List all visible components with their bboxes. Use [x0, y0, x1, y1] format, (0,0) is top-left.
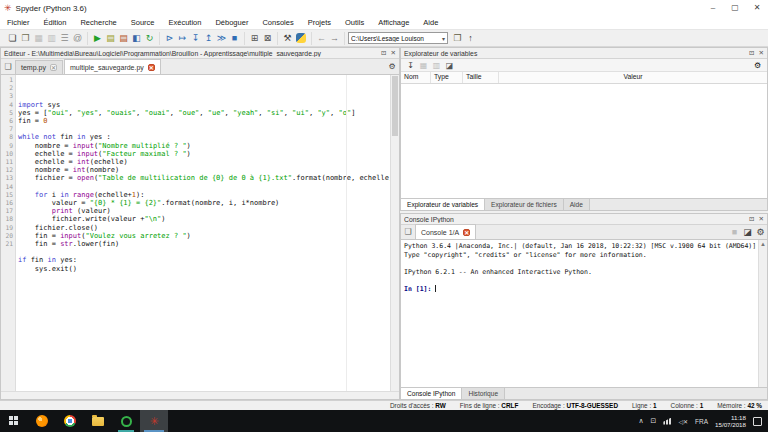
reset-namespace-icon[interactable]: ◪	[443, 59, 456, 72]
undock-icon[interactable]: ⊡	[749, 49, 754, 57]
language-indicator[interactable]: FRA	[695, 418, 708, 425]
console-options-gear-icon[interactable]: ⚙	[754, 226, 767, 239]
variable-explorer-options-gear-icon[interactable]: ⚙	[751, 59, 764, 72]
interrupt-kernel-icon[interactable]: ■	[728, 226, 741, 239]
tab-historique[interactable]: Historique	[462, 388, 505, 399]
file-explorer-icon[interactable]	[84, 410, 112, 432]
fullscreen-icon[interactable]: ⊠	[261, 32, 274, 45]
maximize-pane-icon[interactable]: ⊞	[248, 32, 261, 45]
menu-aide[interactable]: Aide	[416, 18, 445, 27]
close-tab-icon[interactable]: ✕	[148, 64, 155, 71]
tray-monitor-icon[interactable]: ⊡	[651, 417, 657, 425]
chevron-down-icon[interactable]: ▾	[442, 35, 445, 42]
maximize-button[interactable]: ▢	[724, 0, 746, 16]
menu-source[interactable]: Source	[124, 18, 162, 27]
close-pane-icon[interactable]: ✕	[391, 49, 396, 57]
code-line: import sys	[18, 101, 390, 109]
close-button[interactable]: ✕	[746, 0, 768, 16]
tab-explorateur-de-fichiers[interactable]: Explorateur de fichiers	[485, 199, 564, 210]
undock-icon[interactable]: ⊡	[381, 49, 386, 57]
close-tab-icon[interactable]: ✕	[463, 229, 470, 236]
forward-icon[interactable]: →	[328, 32, 341, 45]
line-number: 20	[1, 232, 13, 240]
open-file-icon[interactable]: ❐	[19, 32, 32, 45]
find-symbols-icon[interactable]: @	[71, 32, 84, 45]
tab-console-ipython[interactable]: Console IPython	[401, 388, 462, 399]
step-into-icon[interactable]: ↧	[189, 32, 202, 45]
working-directory-combo[interactable]: C:\Users\Lesage Louison▾	[348, 32, 448, 44]
scroll-up-icon[interactable]: ▲	[759, 240, 767, 248]
code-token: fin	[26, 256, 47, 264]
close-pane-icon[interactable]: ✕	[759, 49, 764, 57]
layout-icon[interactable]: ☰	[58, 32, 71, 45]
run-icon[interactable]: ▶	[91, 32, 104, 45]
column-header-type[interactable]: Type	[431, 72, 463, 83]
menu-outils[interactable]: Outils	[338, 18, 371, 27]
console-tab[interactable]: Console 1/A ✕	[415, 224, 476, 239]
undock-icon[interactable]: ⊡	[749, 215, 754, 223]
start-button[interactable]	[0, 410, 28, 432]
editor-tab[interactable]: multiple_sauvegarde.py✕	[64, 59, 161, 74]
continue-icon[interactable]: ≫	[215, 32, 228, 45]
close-pane-icon[interactable]: ✕	[759, 215, 764, 223]
step-icon[interactable]: ↦	[176, 32, 189, 45]
spyder-taskbar-icon[interactable]: ✳	[140, 410, 168, 432]
editor-horizontal-scrollbar[interactable]	[1, 391, 399, 399]
firefox-icon[interactable]	[28, 410, 56, 432]
tab-aide[interactable]: Aide	[564, 199, 590, 210]
column-header-nom[interactable]: Nom	[401, 72, 431, 83]
save-icon[interactable]: ▦	[32, 32, 45, 45]
save-data-as-icon[interactable]: ▥	[430, 59, 443, 72]
inspect-icon[interactable]: ◪	[741, 226, 754, 239]
tab-explorateur-de-variables[interactable]: Explorateur de variables	[401, 199, 485, 210]
editor-tab[interactable]: temp.py✕	[15, 60, 63, 74]
browse-tabs-icon[interactable]: ❑	[1, 59, 15, 74]
menu-fichier[interactable]: Fichier	[0, 18, 37, 27]
stop-debug-icon[interactable]: ■	[228, 32, 241, 45]
new-file-icon[interactable]: ❏	[6, 32, 19, 45]
code-token: ,	[225, 109, 233, 117]
browse-folder-icon[interactable]: ❐	[451, 32, 464, 45]
minimize-button[interactable]: –	[702, 0, 724, 16]
run-cell-icon[interactable]: ▤	[104, 32, 117, 45]
menu-exécution[interactable]: Exécution	[162, 18, 209, 27]
console-scrollbar[interactable]: ▲	[758, 240, 767, 387]
column-header-taille[interactable]: Taille	[463, 72, 499, 83]
back-icon[interactable]: ←	[315, 32, 328, 45]
python-logo-icon[interactable]	[296, 33, 306, 43]
menu-consoles[interactable]: Consoles	[255, 18, 300, 27]
muted-speaker-icon[interactable]: ◁✕	[678, 418, 688, 425]
menu-édition[interactable]: Édition	[37, 18, 74, 27]
run-cell-advance-icon[interactable]: ▤	[117, 32, 130, 45]
save-data-icon[interactable]: ▦	[417, 59, 430, 72]
code-line: for i in range(echelle+1):	[18, 191, 390, 199]
code-editor[interactable]: import sysyes = ["oui", "yes", "ouais", …	[16, 75, 390, 391]
menu-affichage[interactable]: Affichage	[371, 18, 416, 27]
step-out-icon[interactable]: ↥	[202, 32, 215, 45]
menu-projets[interactable]: Projets	[301, 18, 338, 27]
chrome-icon[interactable]	[56, 410, 84, 432]
browse-tabs-icon[interactable]: ❑	[401, 224, 415, 239]
run-selection-icon[interactable]: ◧	[130, 32, 143, 45]
console-output[interactable]: Python 3.6.4 |Anaconda, Inc.| (default, …	[401, 240, 758, 387]
menu-déboguer[interactable]: Déboguer	[208, 18, 255, 27]
notification-center-icon[interactable]	[753, 417, 762, 426]
close-tab-icon[interactable]: ✕	[50, 64, 57, 71]
code-token: yes:	[56, 256, 77, 264]
ring-app-icon[interactable]	[112, 410, 140, 432]
editor-options-gear-icon[interactable]: ⚙	[385, 59, 399, 74]
import-data-icon[interactable]: ↧	[404, 59, 417, 72]
column-header-valeur[interactable]: Valeur	[499, 72, 767, 83]
variable-table-body[interactable]	[401, 84, 767, 198]
network-icon[interactable]	[663, 418, 671, 425]
tray-chevron-icon[interactable]: ∧	[638, 417, 643, 425]
code-token: "si"	[267, 109, 284, 117]
parent-dir-icon[interactable]: ↑	[464, 32, 477, 45]
rerun-icon[interactable]: ↻	[143, 32, 156, 45]
preferences-wrench-icon[interactable]: ⚒	[281, 32, 294, 45]
debug-icon[interactable]: ⊳	[163, 32, 176, 45]
menu-recherche[interactable]: Recherche	[73, 18, 123, 27]
editor-vertical-scrollbar[interactable]	[390, 75, 399, 391]
clock[interactable]: 11:18 15/07/2018	[715, 414, 746, 428]
save-all-icon[interactable]: ▥	[45, 32, 58, 45]
